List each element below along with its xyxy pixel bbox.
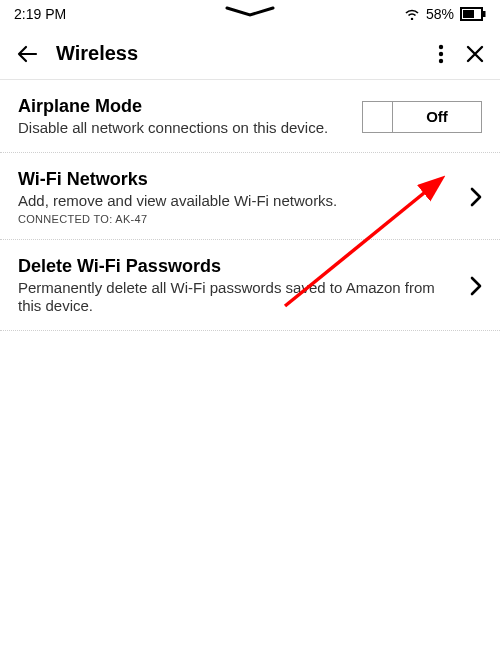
svg-point-4 (439, 51, 443, 55)
toggle-label: Off (393, 102, 481, 132)
svg-point-5 (439, 58, 443, 62)
connected-prefix: CONNECTED TO: (18, 213, 115, 225)
setting-desc: Disable all network connections on this … (18, 119, 350, 138)
back-button[interactable] (16, 43, 44, 65)
setting-airplane-mode[interactable]: Airplane Mode Disable all network connec… (0, 80, 500, 153)
more-options-button[interactable] (438, 44, 444, 64)
page-title: Wireless (56, 42, 438, 65)
settings-list: Airplane Mode Disable all network connec… (0, 80, 500, 331)
toggle-knob (363, 102, 393, 132)
setting-title: Airplane Mode (18, 96, 350, 117)
setting-delete-wifi-passwords[interactable]: Delete Wi-Fi Passwords Permanently delet… (0, 240, 500, 332)
nav-bar: Wireless (0, 24, 500, 80)
status-battery-pct: 58% (426, 6, 454, 22)
chevron-right-icon (462, 276, 482, 296)
setting-title: Wi-Fi Networks (18, 169, 450, 190)
status-time: 2:19 PM (14, 6, 66, 22)
setting-desc: Add, remove and view available Wi-Fi net… (18, 192, 450, 211)
wifi-connected-status: CONNECTED TO: AK-47 (18, 213, 450, 225)
svg-point-3 (439, 44, 443, 48)
setting-wifi-networks[interactable]: Wi-Fi Networks Add, remove and view avai… (0, 153, 500, 240)
svg-rect-1 (463, 10, 474, 18)
svg-rect-2 (483, 11, 486, 17)
status-right: 58% (404, 6, 486, 22)
setting-title: Delete Wi-Fi Passwords (18, 256, 450, 277)
airplane-mode-toggle[interactable]: Off (362, 101, 482, 133)
swipe-handle-icon (223, 5, 277, 23)
close-button[interactable] (466, 45, 484, 63)
chevron-right-icon (462, 187, 482, 207)
battery-icon (460, 7, 486, 21)
connected-ssid: AK-47 (115, 213, 147, 225)
wifi-icon (404, 8, 420, 20)
setting-desc: Permanently delete all Wi-Fi passwords s… (18, 279, 450, 317)
